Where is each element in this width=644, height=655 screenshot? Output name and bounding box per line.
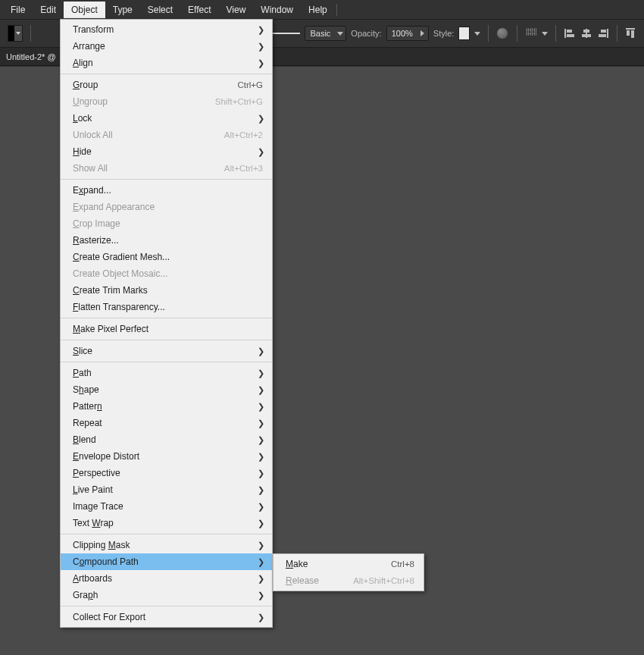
- object-menu-item-live-paint[interactable]: Live Paint❯: [61, 481, 272, 498]
- compound-path-item-make[interactable]: MakeCtrl+8: [274, 556, 424, 572]
- submenu-arrow-icon: ❯: [258, 502, 264, 512]
- object-menu-item-artboards[interactable]: Artboards❯: [61, 570, 272, 587]
- menu-item-shortcut: Alt+Ctrl+3: [224, 164, 263, 173]
- menu-item-label: Create Trim Marks: [73, 285, 263, 296]
- object-menu-item-create-object-mosaic: Create Object Mosaic...: [61, 265, 272, 282]
- submenu-arrow-icon: ❯: [258, 58, 264, 68]
- object-menu-item-collect-for-export[interactable]: Collect For Export❯: [61, 609, 272, 625]
- recolor-artwork-button[interactable]: [496, 25, 509, 42]
- chevron-down-icon[interactable]: [542, 32, 548, 36]
- object-menu-item-make-pixel-perfect[interactable]: Make Pixel Perfect: [61, 321, 272, 337]
- menu-item-label: Ungroup: [73, 96, 215, 107]
- svg-rect-1: [567, 30, 572, 33]
- menu-file[interactable]: File: [3, 2, 33, 18]
- menu-window[interactable]: Window: [253, 2, 301, 18]
- submenu-arrow-icon: ❯: [258, 402, 264, 412]
- opacity-field[interactable]: 100%: [386, 26, 429, 41]
- menu-item-label: Group: [73, 80, 237, 90]
- menu-item-label: Lock: [73, 113, 263, 124]
- align-center-h-button[interactable]: [580, 25, 592, 42]
- menu-item-label: Collect For Export: [73, 612, 263, 622]
- menu-item-label: Blend: [73, 434, 263, 445]
- menu-item-label: Crop Image: [73, 218, 263, 229]
- object-menu-item-repeat[interactable]: Repeat❯: [61, 415, 272, 431]
- submenu-arrow-icon: ❯: [258, 574, 264, 584]
- menu-item-label: Live Paint: [73, 484, 263, 495]
- graphic-style-swatch[interactable]: [458, 27, 469, 40]
- object-menu-item-clipping-mask[interactable]: Clipping Mask❯: [61, 537, 272, 553]
- object-menu-item-create-gradient-mesh[interactable]: Create Gradient Mesh...: [61, 249, 272, 265]
- menu-edit[interactable]: Edit: [33, 2, 64, 18]
- menu-item-label: Artboards: [73, 573, 263, 584]
- menu-object[interactable]: Object: [64, 2, 105, 18]
- object-menu-item-align[interactable]: Align❯: [61, 55, 272, 71]
- svg-rect-11: [631, 30, 634, 38]
- object-menu-item-perspective[interactable]: Perspective❯: [61, 465, 272, 481]
- menu-item-label: Transform: [73, 24, 263, 35]
- align-right-button[interactable]: [597, 25, 609, 42]
- menu-help[interactable]: Help: [301, 2, 335, 18]
- svg-rect-7: [601, 30, 606, 33]
- object-menu-item-slice[interactable]: Slice❯: [61, 343, 272, 359]
- svg-rect-4: [583, 30, 589, 33]
- submenu-arrow-icon: ❯: [258, 418, 264, 428]
- fill-color-swatch[interactable]: [8, 25, 23, 42]
- menu-item-shortcut: Ctrl+G: [237, 80, 263, 89]
- stroke-style-value: Basic: [305, 29, 335, 38]
- menu-item-label: Hide: [73, 146, 263, 157]
- object-menu-item-path[interactable]: Path❯: [61, 365, 272, 381]
- menu-item-label: Show All: [73, 163, 224, 174]
- object-menu-item-graph[interactable]: Graph❯: [61, 587, 272, 603]
- submenu-arrow-icon: ❯: [258, 469, 264, 478]
- menu-item-label: Path: [73, 368, 263, 378]
- menu-effect[interactable]: Effect: [180, 2, 218, 18]
- fill-dropdown-icon[interactable]: [14, 26, 22, 41]
- object-menu-item-pattern[interactable]: Pattern❯: [61, 398, 272, 415]
- menu-item-label: Image Trace: [73, 501, 263, 512]
- object-menu-item-flatten-transparency[interactable]: Flatten Transparency...: [61, 299, 272, 315]
- object-menu-item-expand[interactable]: Expand...: [61, 182, 272, 199]
- object-menu-item-text-wrap[interactable]: Text Wrap❯: [61, 515, 272, 531]
- object-menu-item-create-trim-marks[interactable]: Create Trim Marks: [61, 282, 272, 299]
- object-menu-item-group[interactable]: GroupCtrl+G: [61, 77, 272, 93]
- svg-rect-10: [627, 30, 630, 36]
- menu-item-label: Create Object Mosaic...: [73, 268, 263, 279]
- object-menu-item-envelope-distort[interactable]: Envelope Distort❯: [61, 448, 272, 465]
- menu-item-label: Text Wrap: [73, 518, 263, 528]
- align-to-selection-button[interactable]: [525, 25, 537, 42]
- document-tab[interactable]: Untitled-2* @: [6, 52, 56, 61]
- object-menu-item-shape[interactable]: Shape❯: [61, 381, 272, 398]
- menu-item-label: Graph: [73, 590, 263, 600]
- menu-view[interactable]: View: [219, 2, 254, 18]
- submenu-arrow-icon: ❯: [258, 147, 264, 157]
- menu-item-label: Rasterize...: [73, 235, 263, 246]
- object-menu-item-hide[interactable]: Hide❯: [61, 143, 272, 160]
- globe-icon: [496, 27, 508, 39]
- object-menu-item-rasterize[interactable]: Rasterize...: [61, 232, 272, 249]
- menu-select[interactable]: Select: [140, 2, 180, 18]
- object-menu-item-lock[interactable]: Lock❯: [61, 110, 272, 127]
- object-menu-item-transform[interactable]: Transform❯: [61, 21, 272, 38]
- application-menu-bar: File Edit Object Type Select Effect View…: [0, 0, 644, 20]
- object-menu-item-compound-path[interactable]: Compound Path❯: [61, 553, 272, 570]
- object-menu-item-ungroup: UngroupShift+Ctrl+G: [61, 93, 272, 110]
- submenu-arrow-icon: ❯: [258, 346, 264, 356]
- style-label: Style:: [433, 29, 455, 38]
- align-top-button[interactable]: [624, 25, 636, 42]
- menu-type[interactable]: Type: [105, 2, 140, 18]
- object-menu-item-show-all: Show AllAlt+Ctrl+3: [61, 160, 272, 177]
- svg-rect-0: [564, 29, 566, 38]
- submenu-arrow-icon: ❯: [258, 385, 264, 395]
- align-grid-icon: [526, 28, 536, 39]
- object-menu-item-blend[interactable]: Blend❯: [61, 431, 272, 448]
- align-left-button[interactable]: [564, 25, 576, 42]
- stroke-style-dropdown[interactable]: Basic: [305, 26, 346, 41]
- chevron-down-icon[interactable]: [474, 32, 480, 36]
- object-menu-item-image-trace[interactable]: Image Trace❯: [61, 498, 272, 515]
- submenu-arrow-icon: ❯: [258, 435, 264, 445]
- menu-item-shortcut: Alt+Ctrl+2: [224, 130, 263, 139]
- menu-item-label: Pattern: [73, 401, 263, 412]
- svg-rect-9: [626, 28, 635, 30]
- object-menu-item-arrange[interactable]: Arrange❯: [61, 38, 272, 55]
- menu-item-label: Compound Path: [73, 556, 263, 567]
